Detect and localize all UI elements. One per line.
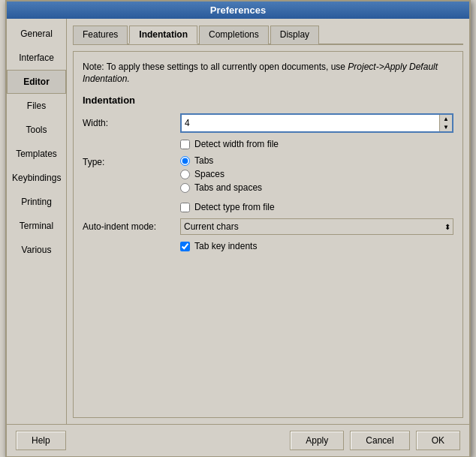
detect-width-checkbox[interactable] [180, 140, 190, 149]
sidebar-item-interface[interactable]: Interface [7, 46, 66, 70]
width-control: ▲ ▼ [180, 113, 453, 133]
tab-key-row: Tab key indents [180, 241, 453, 251]
dialog-title: Preferences [7, 2, 469, 19]
cancel-button[interactable]: Cancel [350, 431, 409, 450]
section-title: Indentation [83, 95, 453, 106]
spaces-option: Spaces [180, 169, 453, 179]
tab-completions[interactable]: Completions [199, 26, 269, 44]
ok-button[interactable]: OK [416, 431, 460, 450]
sidebar-item-various[interactable]: Various [7, 238, 66, 262]
sidebar-item-templates[interactable]: Templates [7, 142, 66, 166]
tab-indentation[interactable]: Indentation [129, 26, 197, 44]
width-input[interactable] [182, 115, 439, 131]
detect-width-row: Detect width from file [180, 139, 453, 149]
note-text: Note: To apply these settings to all cur… [83, 61, 453, 86]
tab-bar: Features Indentation Completions Display [73, 25, 463, 45]
width-row: Width: ▲ ▼ [83, 113, 453, 133]
tabs-option: Tabs [180, 155, 453, 166]
spin-down-button[interactable]: ▼ [440, 123, 452, 131]
auto-indent-select-wrapper: Current chars None Basic Python [180, 218, 453, 235]
tab-display[interactable]: Display [270, 26, 319, 44]
sidebar-item-general[interactable]: General [7, 22, 66, 46]
tabs-and-spaces-radio[interactable] [180, 183, 190, 193]
tabs-label: Tabs [194, 155, 213, 166]
spaces-label: Spaces [194, 169, 224, 179]
dialog-footer: Help Apply Cancel OK [7, 424, 469, 456]
spin-up-button[interactable]: ▲ [440, 115, 452, 123]
sidebar-item-files[interactable]: Files [7, 94, 66, 118]
sidebar-item-printing[interactable]: Printing [7, 190, 66, 214]
type-label: Type: [83, 155, 180, 167]
auto-indent-select[interactable]: Current chars None Basic Python [180, 218, 453, 235]
main-content: Features Indentation Completions Display… [67, 19, 469, 424]
indentation-panel: Note: To apply these settings to all cur… [73, 51, 463, 418]
apply-button[interactable]: Apply [290, 431, 344, 450]
type-radio-group: Tabs Spaces Tabs and spaces [180, 155, 453, 196]
help-button[interactable]: Help [16, 431, 66, 450]
tabs-and-spaces-label: Tabs and spaces [194, 182, 262, 193]
width-spinner: ▲ ▼ [180, 113, 453, 133]
type-row: Type: Tabs Spaces Tabs and spaces [83, 155, 453, 196]
sidebar: General Interface Editor Files Tools Tem… [7, 19, 67, 424]
sidebar-item-editor[interactable]: Editor [7, 70, 66, 94]
auto-indent-label: Auto-indent mode: [83, 221, 180, 232]
auto-indent-row: Auto-indent mode: Current chars None Bas… [83, 218, 453, 235]
detect-type-label: Detect type from file [194, 202, 275, 212]
detect-type-row: Detect type from file [180, 202, 453, 212]
tab-key-label: Tab key indents [194, 241, 257, 251]
spaces-radio[interactable] [180, 170, 190, 179]
tabs-and-spaces-option: Tabs and spaces [180, 182, 453, 193]
tabs-radio[interactable] [180, 156, 190, 166]
preferences-dialog: Preferences General Interface Editor Fil… [5, 0, 471, 457]
tab-key-checkbox[interactable] [180, 242, 190, 251]
sidebar-item-keybindings[interactable]: Keybindings [7, 166, 66, 190]
width-label: Width: [83, 118, 180, 128]
detect-type-checkbox[interactable] [180, 203, 190, 212]
spin-buttons: ▲ ▼ [439, 115, 452, 131]
tab-features[interactable]: Features [73, 26, 128, 44]
footer-right: Apply Cancel OK [290, 431, 460, 450]
sidebar-item-tools[interactable]: Tools [7, 118, 66, 142]
sidebar-item-terminal[interactable]: Terminal [7, 214, 66, 238]
detect-width-label: Detect width from file [194, 139, 279, 149]
